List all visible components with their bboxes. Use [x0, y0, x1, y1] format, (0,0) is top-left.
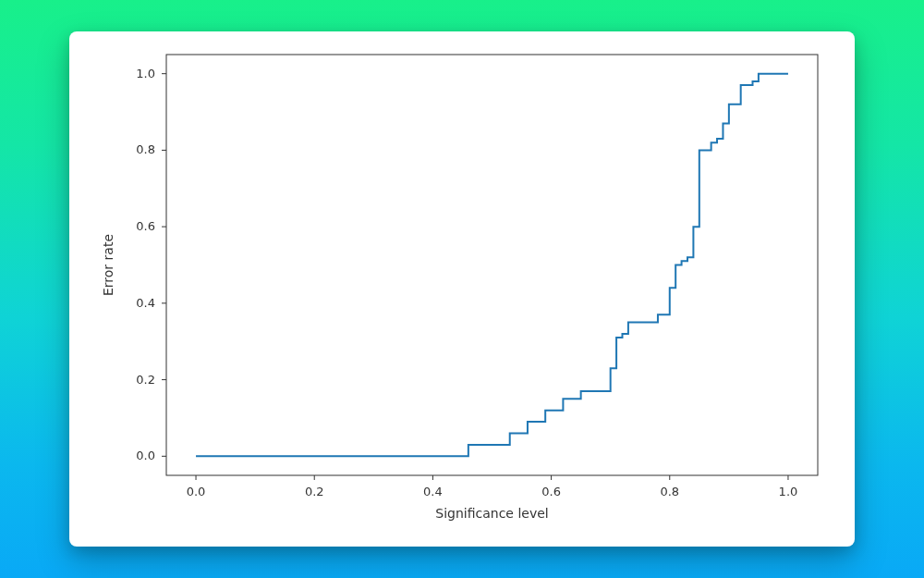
error-rate-line: [196, 74, 788, 457]
line-chart: 0.00.20.40.60.81.00.00.20.40.60.81.0Sign…: [69, 31, 855, 547]
x-tick-label: 1.0: [779, 485, 798, 498]
y-tick-label: 1.0: [136, 67, 155, 80]
x-tick-label: 0.8: [660, 485, 679, 498]
y-tick-label: 0.8: [136, 142, 155, 156]
y-tick-label: 0.6: [136, 219, 155, 233]
chart-card: 0.00.20.40.60.81.00.00.20.40.60.81.0Sign…: [69, 31, 855, 547]
x-axis-label: Significance level: [435, 506, 548, 521]
y-tick-label: 0.2: [136, 373, 155, 387]
x-tick-label: 0.0: [187, 485, 206, 498]
gradient-background: 0.00.20.40.60.81.00.00.20.40.60.81.0Sign…: [0, 0, 924, 578]
plot-area-border: [166, 55, 818, 475]
x-tick-label: 0.2: [305, 485, 324, 498]
y-axis-label: Error rate: [101, 234, 116, 296]
y-tick-label: 0.0: [136, 449, 155, 462]
x-tick-label: 0.6: [541, 485, 561, 498]
x-tick-label: 0.4: [423, 485, 443, 498]
y-tick-label: 0.4: [136, 296, 155, 310]
